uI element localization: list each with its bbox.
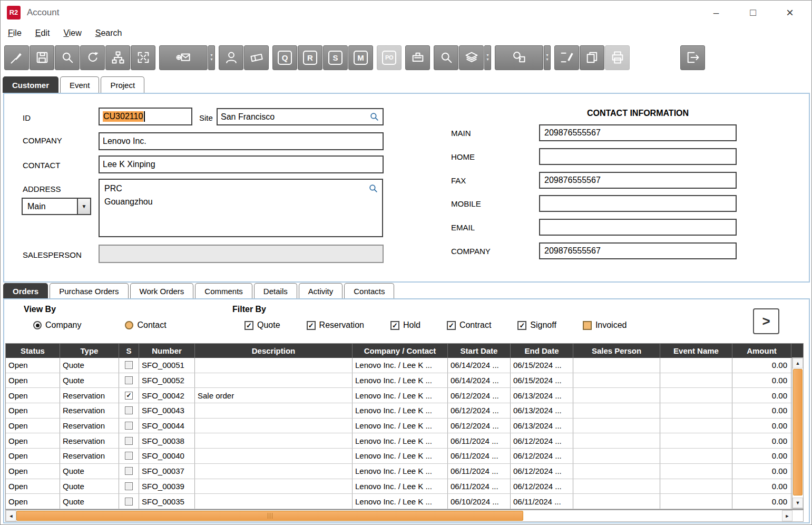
view-by-option-contact[interactable]: Contact	[125, 320, 166, 330]
column-header-company-contact[interactable]: Company / Contact	[353, 344, 448, 358]
scroll-left-icon[interactable]: ◄	[6, 510, 16, 521]
org-chart-button[interactable]	[105, 45, 130, 70]
column-header-status[interactable]: Status	[6, 344, 60, 358]
filter-option-signoff[interactable]: ✓Signoff	[517, 320, 556, 330]
tab-project[interactable]: Project	[101, 76, 144, 93]
misc-doc-button[interactable]: M	[348, 45, 373, 70]
maximize-button[interactable]: □	[735, 1, 771, 24]
horizontal-scrollbar[interactable]: ◄ ►	[5, 510, 804, 522]
expand-button[interactable]	[131, 45, 155, 70]
contact-info-field-email[interactable]	[539, 219, 737, 236]
save-button[interactable]	[30, 45, 54, 70]
menu-search[interactable]: Search	[95, 28, 122, 38]
menu-view[interactable]: View	[63, 28, 81, 38]
layers-button[interactable]	[459, 45, 484, 70]
item-search-dropdown-button[interactable]: ▾▾	[544, 45, 551, 70]
column-header-number[interactable]: Number	[139, 344, 195, 358]
table-row[interactable]: OpenReservationSFO_00040Lenovo Inc. / Le…	[6, 449, 803, 464]
column-header-description[interactable]: Description	[195, 344, 353, 358]
table-row[interactable]: OpenQuoteSFO_00037Lenovo Inc. / Lee K ..…	[6, 464, 803, 479]
row-select-checkbox[interactable]	[125, 467, 133, 475]
company-field[interactable]	[99, 132, 384, 150]
fax-button[interactable]	[405, 45, 430, 70]
table-row[interactable]: OpenReservationSFO_00043Lenovo Inc. / Le…	[6, 403, 803, 419]
tab-event[interactable]: Event	[60, 76, 99, 93]
detail-tab-purchase-orders[interactable]: Purchase Orders	[50, 283, 128, 298]
row-select-checkbox[interactable]	[125, 452, 133, 460]
radio-contact-icon[interactable]	[125, 321, 133, 329]
menu-file[interactable]: File	[8, 28, 22, 38]
signoff-doc-button[interactable]: S	[323, 45, 348, 70]
row-select-checkbox[interactable]	[125, 498, 133, 505]
row-select-checkbox[interactable]	[125, 406, 133, 414]
table-row[interactable]: OpenReservationSFO_00038Lenovo Inc. / Le…	[6, 433, 803, 449]
checkbox-invoiced-icon[interactable]	[583, 321, 592, 330]
clear-button[interactable]	[4, 45, 29, 70]
id-field[interactable]: CU302110	[99, 108, 192, 125]
row-select-checkbox[interactable]	[125, 376, 133, 384]
contact-info-field-fax[interactable]	[539, 172, 737, 189]
row-select-checkbox[interactable]	[125, 482, 133, 490]
column-header-event-name[interactable]: Event Name	[660, 344, 732, 358]
filter-option-quote[interactable]: ✓Quote	[244, 320, 280, 330]
reservation-doc-button[interactable]: R	[298, 45, 322, 70]
row-select-checkbox[interactable]	[125, 422, 133, 430]
table-row[interactable]: OpenQuoteSFO_00051Lenovo Inc. / Lee K ..…	[6, 358, 803, 373]
checkbox-contract-icon[interactable]: ✓	[447, 321, 456, 330]
minimize-button[interactable]: –	[698, 1, 735, 24]
close-button[interactable]: ×	[771, 1, 808, 24]
column-header-s[interactable]: S	[119, 344, 139, 358]
exit-button[interactable]	[680, 45, 705, 70]
detail-tab-work-orders[interactable]: Work Orders	[130, 283, 194, 298]
stock-search-button[interactable]	[434, 45, 458, 70]
column-header-end-date[interactable]: End Date	[511, 344, 573, 358]
table-row[interactable]: OpenReservation✓SFO_00042Sale orderLenov…	[6, 388, 803, 403]
filter-option-hold[interactable]: ✓Hold	[390, 320, 420, 330]
refresh-button[interactable]	[80, 45, 105, 70]
menu-edit[interactable]: Edit	[35, 28, 50, 38]
column-header-start-date[interactable]: Start Date	[448, 344, 511, 358]
ticket-button[interactable]	[244, 45, 269, 70]
column-header-sales-person[interactable]: Sales Person	[573, 344, 660, 358]
chevron-down-icon[interactable]: ▼	[77, 199, 90, 214]
tab-customer[interactable]: Customer	[3, 76, 58, 93]
vertical-scrollbar[interactable]: ▲ ▼	[792, 357, 804, 509]
vertical-scroll-thumb[interactable]	[793, 369, 803, 495]
table-row[interactable]: OpenQuoteSFO_00039Lenovo Inc. / Lee K ..…	[6, 479, 803, 494]
address-type-dropdown[interactable]: Main ▼	[22, 198, 91, 215]
address-search-icon[interactable]	[368, 183, 378, 193]
layers-dropdown-button[interactable]: ▾▾	[484, 45, 491, 70]
row-select-checkbox[interactable]: ✓	[125, 392, 133, 400]
detail-tab-orders[interactable]: Orders	[3, 283, 48, 298]
horizontal-scroll-thumb[interactable]	[16, 511, 523, 521]
scroll-down-icon[interactable]: ▼	[793, 498, 803, 508]
contact-info-field-main[interactable]	[539, 124, 737, 141]
next-page-button[interactable]: >	[753, 308, 779, 334]
contact-info-field-home[interactable]	[539, 148, 737, 165]
filter-option-reservation[interactable]: ✓Reservation	[307, 320, 364, 330]
site-field[interactable]: San Francisco	[217, 108, 384, 125]
checkbox-hold-icon[interactable]: ✓	[390, 321, 399, 330]
contact-info-field-mobile[interactable]	[539, 195, 737, 212]
detail-tab-comments[interactable]: Comments	[195, 283, 252, 298]
site-search-icon[interactable]	[369, 112, 379, 122]
detail-tab-contacts[interactable]: Contacts	[344, 283, 394, 298]
table-row[interactable]: OpenQuoteSFO_00052Lenovo Inc. / Lee K ..…	[6, 373, 803, 388]
copy-button[interactable]	[580, 45, 604, 70]
search-button[interactable]	[55, 45, 80, 70]
table-row[interactable]: OpenQuoteSFO_00035Lenovo Inc. / Lee K ..…	[6, 494, 803, 509]
rename-button[interactable]	[554, 45, 579, 70]
column-header-type[interactable]: Type	[60, 344, 119, 358]
contact-field[interactable]	[99, 155, 384, 173]
horizontal-scroll-track[interactable]	[523, 510, 782, 521]
scroll-up-icon[interactable]: ▲	[793, 358, 803, 368]
address-field[interactable]: PRCGouangzhou	[99, 179, 383, 237]
scroll-right-icon[interactable]: ►	[782, 510, 793, 521]
checkbox-reservation-icon[interactable]: ✓	[307, 321, 316, 330]
new-email-dropdown-button[interactable]: ▾▾	[208, 45, 215, 70]
row-select-checkbox[interactable]	[125, 361, 133, 369]
column-header-amount[interactable]: Amount	[732, 344, 791, 358]
detail-tab-details[interactable]: Details	[254, 283, 297, 298]
view-by-option-company[interactable]: Company	[33, 320, 81, 330]
checkbox-signoff-icon[interactable]: ✓	[517, 321, 526, 330]
